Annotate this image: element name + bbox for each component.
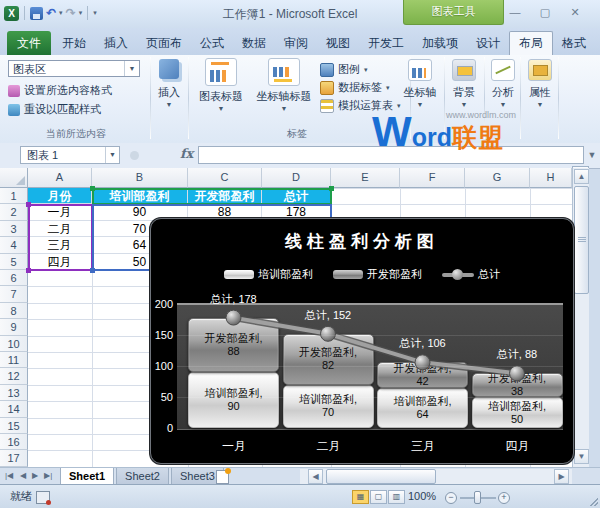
ribbon-tab[interactable]: 插入 [95, 31, 137, 55]
column-header[interactable]: D [262, 168, 331, 188]
horizontal-scrollbar[interactable]: ◀ ▶ [300, 469, 572, 484]
row-header[interactable]: 7 [0, 286, 28, 302]
data-table-button[interactable]: 模拟运算表 ▾ [320, 98, 401, 113]
format-selection-button[interactable]: 设置所选内容格式 [8, 83, 112, 98]
select-all-corner[interactable] [0, 168, 28, 188]
row-header[interactable]: 15 [0, 418, 28, 434]
tab-file[interactable]: 文件 [7, 31, 51, 55]
zoom-slider-thumb[interactable] [474, 491, 481, 504]
analysis-button[interactable]: 分析 ▼ [486, 59, 520, 108]
insert-function-icon[interactable]: fx [180, 146, 193, 161]
row-header[interactable]: 12 [0, 368, 28, 384]
ribbon-tab-row: 文件 开始插入页面布公式数据审阅视图开发工加载项设计布局格式 ⌃ ? — ▢ ✕ [0, 28, 600, 55]
sheet-tab-bar: |◀ ◀ ▶ ▶| Sheet1Sheet2Sheet3 ◀ ▶ [0, 467, 600, 484]
properties-button[interactable]: 属性 ▼ [522, 59, 558, 108]
legend-button[interactable]: 图例 ▾ [320, 62, 368, 77]
header-cell[interactable]: 月份 [28, 188, 92, 204]
row-header[interactable]: 10 [0, 336, 28, 352]
horizontal-scroll-thumb[interactable] [326, 469, 436, 484]
window-title: 工作簿1 - Microsoft Excel [150, 6, 430, 23]
sheet-tab[interactable]: Sheet2 [116, 468, 169, 485]
expand-formula-bar-icon[interactable]: ▼ [586, 146, 598, 164]
column-header[interactable]: E [331, 168, 400, 188]
customize-qat-icon[interactable]: ▾ [93, 9, 97, 17]
restore-icon[interactable]: ▢ [535, 6, 555, 19]
page-break-view-icon[interactable]: ▥ [388, 490, 405, 504]
ribbon-tab[interactable]: 开发工 [359, 31, 413, 55]
chart-object[interactable]: 线柱盈利分析图 培训部盈利开发部盈利总计 培训部盈利,90开发部盈利,88总计,… [150, 218, 574, 464]
column-header[interactable]: G [465, 168, 530, 188]
scroll-up-icon[interactable]: ▲ [574, 169, 589, 184]
chart-title-button[interactable]: 图表标题 ▼ [192, 58, 250, 112]
minimize-icon[interactable]: — [505, 6, 525, 18]
column-header[interactable]: B [92, 168, 188, 188]
data-labels-button[interactable]: 数据标签 ▾ [320, 80, 390, 95]
ribbon-tab[interactable]: 视图 [317, 31, 359, 55]
chart-title-icon [205, 58, 237, 86]
ribbon-tab[interactable]: 审阅 [275, 31, 317, 55]
ribbon-tab[interactable]: 公式 [191, 31, 233, 55]
formula-input[interactable] [198, 146, 584, 164]
column-header[interactable]: C [188, 168, 262, 188]
row-header[interactable]: 6 [0, 270, 28, 286]
last-sheet-icon[interactable]: ▶| [44, 468, 52, 484]
row-header[interactable]: 16 [0, 434, 28, 450]
chevron-down-icon[interactable]: ▼ [124, 61, 139, 76]
record-macro-icon[interactable] [36, 491, 50, 504]
row-header[interactable]: 9 [0, 319, 28, 335]
row-header[interactable]: 1 [0, 188, 28, 204]
ribbon-tab[interactable]: 开始 [53, 31, 95, 55]
ribbon-tab[interactable]: 页面布 [137, 31, 191, 55]
background-button[interactable]: 背景 ▼ [446, 59, 482, 108]
row-header[interactable]: 14 [0, 401, 28, 417]
insert-button[interactable]: 插入 ▼ [152, 59, 186, 108]
reset-style-button[interactable]: 重设以匹配样式 [8, 102, 101, 117]
redo-icon[interactable]: ↷ [66, 7, 76, 19]
next-sheet-icon[interactable]: ▶ [32, 468, 38, 484]
zoom-level: 100% [408, 485, 436, 508]
chevron-down-icon[interactable]: ▼ [105, 147, 119, 163]
axes-button[interactable]: 坐标轴 ▼ [398, 59, 442, 108]
first-sheet-icon[interactable]: |◀ [5, 468, 13, 484]
zoom-in-icon[interactable]: + [498, 492, 510, 504]
normal-view-icon[interactable]: ▦ [352, 490, 369, 504]
column-header[interactable]: A [28, 168, 92, 188]
resize-grip[interactable] [590, 498, 598, 506]
y-axis-tick-label: 200 [151, 298, 173, 310]
insert-worksheet-icon[interactable] [216, 470, 229, 484]
save-icon[interactable] [30, 7, 43, 20]
row-header[interactable]: 3 [0, 221, 28, 237]
scroll-right-icon[interactable]: ▶ [554, 469, 569, 484]
sheet-tab[interactable]: Sheet1 [60, 468, 114, 485]
axis-titles-button[interactable]: 坐标轴标题 ▼ [252, 58, 316, 112]
row-header[interactable]: 5 [0, 254, 28, 270]
scroll-left-icon[interactable]: ◀ [308, 469, 323, 484]
row-header[interactable]: 17 [0, 450, 28, 466]
row-header[interactable]: 8 [0, 303, 28, 319]
row-header[interactable]: 2 [0, 204, 28, 220]
excel-icon[interactable]: X [4, 6, 19, 21]
name-box[interactable]: 图表 1 ▼ [20, 146, 120, 164]
column-header[interactable]: F [400, 168, 465, 188]
column-header[interactable]: H [530, 168, 572, 188]
selection-handle [90, 186, 95, 191]
row-header[interactable]: 11 [0, 352, 28, 368]
row-header[interactable]: 13 [0, 385, 28, 401]
ribbon-tab[interactable]: 加载项 [413, 31, 467, 55]
row-header[interactable]: 4 [0, 237, 28, 253]
vertical-scrollbar[interactable]: ▲ ▼ [572, 168, 589, 467]
ribbon-tab[interactable]: 设计 [467, 31, 509, 55]
ribbon-tab[interactable]: 数据 [233, 31, 275, 55]
zoom-out-icon[interactable]: − [445, 492, 457, 504]
undo-icon[interactable]: ↶ [46, 7, 56, 19]
page-layout-view-icon[interactable]: ▢ [370, 490, 387, 504]
chart-elements-combobox[interactable]: 图表区 ▼ [8, 60, 140, 77]
ribbon-tab[interactable]: 布局 [509, 31, 553, 55]
scroll-down-icon[interactable]: ▼ [574, 449, 589, 464]
ribbon-tab[interactable]: 格式 [553, 31, 595, 55]
redo-caret-icon[interactable]: ▾ [79, 9, 83, 17]
close-icon[interactable]: ✕ [565, 6, 585, 19]
prev-sheet-icon[interactable]: ◀ [20, 468, 26, 484]
undo-caret-icon[interactable]: ▾ [59, 9, 63, 17]
vertical-scroll-thumb[interactable] [574, 186, 589, 294]
